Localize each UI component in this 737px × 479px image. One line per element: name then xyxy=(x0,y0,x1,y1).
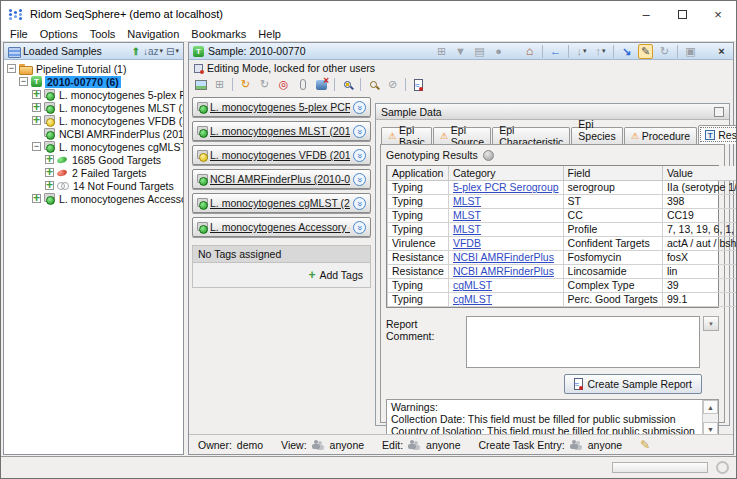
tree-item-5plex[interactable]: L. monocytogenes 5-plex PCR Serog xyxy=(4,88,183,101)
tree-label[interactable]: L. monocytogenes cgMLST (2010-00 xyxy=(57,141,183,153)
expand-expander-icon[interactable] xyxy=(32,194,41,203)
report-icon[interactable] xyxy=(411,77,426,92)
collapse-expander-icon[interactable] xyxy=(19,77,28,86)
table-row[interactable]: Resistance NCBI AMRFinderPlus Lincosamid… xyxy=(388,264,737,278)
collapse-expander-icon[interactable] xyxy=(32,142,41,151)
task-button-label[interactable]: L. monocytogenes Accessory (2010... xyxy=(210,221,350,233)
tree-item-sample-2010-00770[interactable]: 2010-00770 (6) xyxy=(4,75,183,88)
tab-results[interactable]: T Results xyxy=(698,125,737,144)
cell-field[interactable]: CC xyxy=(563,208,662,222)
tree-item-good-targets[interactable]: 1685 Good Targets xyxy=(4,153,183,166)
task-button-label[interactable]: NCBI AMRFinderPlus (2010-00770) xyxy=(210,173,350,185)
cell-value[interactable]: 7, 13, 19, 6, 1, 7, 1 xyxy=(662,222,737,236)
task-button-label[interactable]: L. monocytogenes 5-plex PCR Sero... xyxy=(210,101,350,113)
cell-value[interactable]: 39 xyxy=(662,278,737,292)
task-button-label[interactable]: L. monocytogenes VFDB (2010-00770) xyxy=(210,149,350,161)
collapse-panel-icon[interactable] xyxy=(714,107,724,117)
recalc-icon[interactable]: ↻ xyxy=(238,77,253,92)
cell-field[interactable]: Profile xyxy=(563,222,662,236)
table-row[interactable]: Typing MLST Profile 7, 13, 19, 6, 1, 7, … xyxy=(388,222,737,236)
table-row[interactable]: Typing 5-plex PCR Serogroup serogroup II… xyxy=(388,180,737,194)
recalc-disabled-icon[interactable]: ↻ xyxy=(257,77,272,92)
col-field[interactable]: Field xyxy=(563,166,662,180)
sort-icon[interactable]: ↓az▾ xyxy=(143,46,163,57)
cell-category[interactable]: MLST xyxy=(448,222,563,236)
cell-field[interactable]: ST xyxy=(563,194,662,208)
task-button-amrfinder[interactable]: NCBI AMRFinderPlus (2010-00770) » xyxy=(192,169,371,189)
tree-label[interactable]: 14 Not Found Targets xyxy=(71,180,176,192)
cell-field[interactable]: Fosfomycin xyxy=(563,250,662,264)
search-lock-icon[interactable] xyxy=(340,77,355,92)
import-samples-icon[interactable]: ⇑ xyxy=(132,46,140,57)
cell-category[interactable]: NCBI AMRFinderPlus xyxy=(448,250,563,264)
next-down-icon[interactable]: ↓▾ xyxy=(574,44,589,59)
menu-help[interactable]: Help xyxy=(252,28,287,40)
tree-label[interactable]: 2 Failed Targets xyxy=(70,167,149,179)
tab-epi-characteristic[interactable]: Epi Characteristic xyxy=(492,127,570,144)
category-link[interactable]: MLST xyxy=(453,223,481,235)
cell-category[interactable]: VFDB xyxy=(448,236,563,250)
goto-icon[interactable]: ↘ xyxy=(619,44,634,59)
refresh-icon[interactable]: ↻ xyxy=(657,44,672,59)
tree-label[interactable]: L. monocytogenes Accessory (2010- xyxy=(57,193,183,205)
chevron-down-icon[interactable]: » xyxy=(353,221,366,234)
cell-application[interactable]: Typing xyxy=(388,208,449,222)
cell-application[interactable]: Typing xyxy=(388,292,449,306)
tree-item-amrfinder[interactable]: NCBI AMRFinderPlus (2010-00770) xyxy=(4,127,183,140)
tab-label[interactable]: Procedure xyxy=(642,130,690,142)
tree-label[interactable]: Pipeline Tutorial (1) xyxy=(34,63,128,75)
menu-tools[interactable]: Tools xyxy=(84,28,122,40)
category-link[interactable]: cgMLST xyxy=(453,293,492,305)
tree-item-accessory[interactable]: L. monocytogenes Accessory (2010- xyxy=(4,192,183,205)
cell-application[interactable]: Typing xyxy=(388,222,449,236)
tree-item-mlst[interactable]: L. monocytogenes MLST (2010-0077 xyxy=(4,101,183,114)
close-button[interactable]: × xyxy=(700,1,736,27)
cell-application[interactable]: Resistance xyxy=(388,264,449,278)
menu-navigation[interactable]: Navigation xyxy=(121,28,185,40)
expand-expander-icon[interactable] xyxy=(45,181,54,190)
chevron-down-icon[interactable]: » xyxy=(353,125,366,138)
minimize-button[interactable]: – xyxy=(628,1,664,27)
category-link[interactable]: NCBI AMRFinderPlus xyxy=(453,251,554,263)
cell-category[interactable]: cgMLST xyxy=(448,278,563,292)
task-button-5plex[interactable]: L. monocytogenes 5-plex PCR Sero... » xyxy=(192,97,371,117)
category-link[interactable]: 5-plex PCR Serogroup xyxy=(453,181,559,193)
table-row[interactable]: Typing MLST ST 398 xyxy=(388,194,737,208)
tree-label[interactable]: 1685 Good Targets xyxy=(70,154,163,166)
category-link[interactable]: MLST xyxy=(453,209,481,221)
cell-field[interactable]: Lincosamide xyxy=(563,264,662,278)
cell-value[interactable]: lin xyxy=(662,264,737,278)
cell-category[interactable]: MLST xyxy=(448,208,563,222)
maximize-button[interactable] xyxy=(664,1,700,27)
task-button-vfdb[interactable]: L. monocytogenes VFDB (2010-00770) » xyxy=(192,145,371,165)
target-icon[interactable]: ◎ xyxy=(276,77,291,92)
edit-permissions-icon[interactable]: ✎ xyxy=(640,438,650,452)
cell-value[interactable]: IIa (serotype 1/2a an... xyxy=(662,180,737,194)
tree-item-failed-targets[interactable]: 2 Failed Targets xyxy=(4,166,183,179)
scroll-up-icon[interactable] xyxy=(703,400,718,414)
warnings-scrollbar[interactable] xyxy=(702,400,718,436)
close-panel-icon[interactable]: × xyxy=(714,44,729,59)
chevron-down-icon[interactable]: » xyxy=(353,173,366,186)
table-row[interactable]: Typing cgMLST Complex Type 39 xyxy=(388,278,737,292)
table-row[interactable]: Virulence VFDB Confident Targets actA / … xyxy=(388,236,737,250)
create-sample-report-button[interactable]: Create Sample Report xyxy=(564,374,702,394)
menu-bookmarks[interactable]: Bookmarks xyxy=(185,28,252,40)
collapse-expander-icon[interactable] xyxy=(7,64,16,73)
table-row[interactable]: Typing MLST CC CC19 xyxy=(388,208,737,222)
category-link[interactable]: VFDB xyxy=(453,237,481,249)
image-icon[interactable] xyxy=(193,77,208,92)
tree-item-vfdb[interactable]: L. monocytogenes VFDB (2010-0077 xyxy=(4,114,183,127)
task-button-label[interactable]: L. monocytogenes cgMLST (2010-00... xyxy=(210,197,350,209)
task-button-accessory[interactable]: L. monocytogenes Accessory (2010... » xyxy=(192,217,371,237)
edit-mode-toggle-icon[interactable]: ✎ xyxy=(638,44,653,59)
expand-expander-icon[interactable] xyxy=(32,103,41,112)
menu-options[interactable]: Options xyxy=(34,28,84,40)
columns-icon[interactable]: ▤ xyxy=(472,44,487,59)
cell-application[interactable]: Typing xyxy=(388,194,449,208)
category-link[interactable]: MLST xyxy=(453,195,481,207)
cell-field[interactable]: Confident Targets xyxy=(563,236,662,250)
status-dot-icon[interactable]: ● xyxy=(491,44,506,59)
add-tags-button[interactable]: Add Tags xyxy=(319,269,363,281)
search-icon[interactable] xyxy=(366,77,381,92)
